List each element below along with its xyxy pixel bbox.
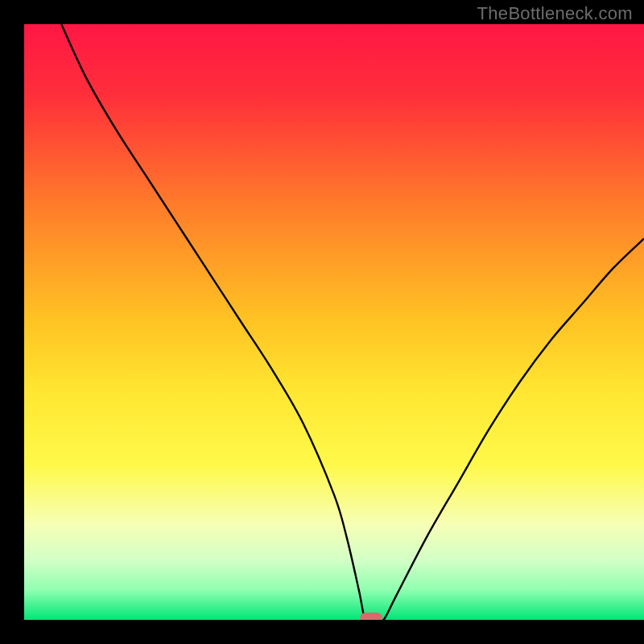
- watermark-text: TheBottleneck.com: [477, 3, 633, 24]
- plot-background: [24, 24, 644, 620]
- bottleneck-chart: [0, 0, 644, 644]
- chart-frame: TheBottleneck.com: [0, 0, 644, 644]
- border-left: [0, 0, 24, 644]
- border-bottom: [0, 620, 644, 644]
